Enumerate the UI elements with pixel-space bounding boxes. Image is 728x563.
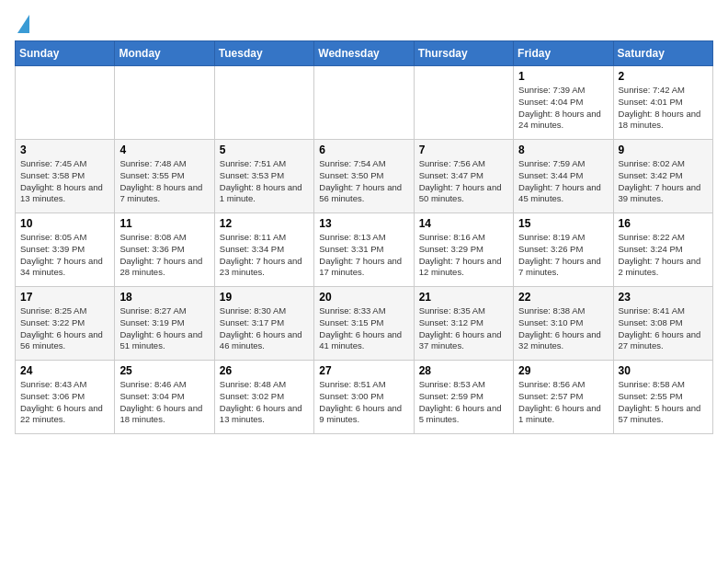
- header-cell-monday: Monday: [115, 41, 214, 66]
- day-cell: 1Sunrise: 7:39 AM Sunset: 4:04 PM Daylig…: [514, 66, 613, 140]
- header-cell-sunday: Sunday: [16, 41, 115, 66]
- day-info: Sunrise: 8:51 AM Sunset: 3:00 PM Dayligh…: [319, 379, 408, 426]
- day-cell: 11Sunrise: 8:08 AM Sunset: 3:36 PM Dayli…: [115, 213, 214, 287]
- day-number: 16: [619, 217, 708, 230]
- day-info: Sunrise: 8:05 AM Sunset: 3:39 PM Dayligh…: [20, 232, 109, 279]
- day-info: Sunrise: 8:46 AM Sunset: 3:04 PM Dayligh…: [119, 379, 209, 426]
- day-cell: 27Sunrise: 8:51 AM Sunset: 3:00 PM Dayli…: [314, 361, 414, 434]
- header-row: SundayMondayTuesdayWednesdayThursdayFrid…: [16, 41, 713, 66]
- day-cell: [16, 66, 115, 140]
- day-number: 21: [419, 291, 508, 304]
- day-info: Sunrise: 8:22 AM Sunset: 3:24 PM Dayligh…: [619, 232, 708, 279]
- day-number: 24: [20, 364, 109, 377]
- day-number: 5: [220, 144, 309, 156]
- week-row-2: 10Sunrise: 8:05 AM Sunset: 3:39 PM Dayli…: [16, 213, 713, 287]
- day-info: Sunrise: 8:27 AM Sunset: 3:19 PM Dayligh…: [119, 305, 209, 352]
- day-cell: 28Sunrise: 8:53 AM Sunset: 2:59 PM Dayli…: [414, 361, 513, 434]
- day-cell: 24Sunrise: 8:43 AM Sunset: 3:06 PM Dayli…: [16, 361, 115, 434]
- day-info: Sunrise: 8:13 AM Sunset: 3:31 PM Dayligh…: [319, 232, 408, 279]
- day-cell: 6Sunrise: 7:54 AM Sunset: 3:50 PM Daylig…: [314, 140, 414, 213]
- day-info: Sunrise: 8:25 AM Sunset: 3:22 PM Dayligh…: [20, 305, 109, 352]
- day-cell: 23Sunrise: 8:41 AM Sunset: 3:08 PM Dayli…: [613, 287, 712, 361]
- day-number: 25: [119, 364, 209, 377]
- day-cell: 10Sunrise: 8:05 AM Sunset: 3:39 PM Dayli…: [16, 213, 115, 287]
- day-cell: 29Sunrise: 8:56 AM Sunset: 2:57 PM Dayli…: [514, 361, 613, 434]
- week-row-4: 24Sunrise: 8:43 AM Sunset: 3:06 PM Dayli…: [16, 361, 713, 434]
- day-number: 27: [319, 364, 408, 377]
- day-cell: 9Sunrise: 8:02 AM Sunset: 3:42 PM Daylig…: [613, 140, 712, 213]
- day-cell: [314, 66, 414, 140]
- day-cell: 14Sunrise: 8:16 AM Sunset: 3:29 PM Dayli…: [414, 213, 513, 287]
- day-number: 28: [419, 364, 508, 377]
- day-number: 23: [619, 291, 708, 304]
- day-info: Sunrise: 8:41 AM Sunset: 3:08 PM Dayligh…: [619, 305, 708, 352]
- page-container: SundayMondayTuesdayWednesdayThursdayFrid…: [0, 0, 728, 442]
- day-cell: 2Sunrise: 7:42 AM Sunset: 4:01 PM Daylig…: [613, 66, 712, 140]
- day-info: Sunrise: 7:51 AM Sunset: 3:53 PM Dayligh…: [220, 158, 309, 205]
- day-number: 30: [619, 364, 708, 377]
- day-info: Sunrise: 7:59 AM Sunset: 3:44 PM Dayligh…: [518, 158, 608, 205]
- day-number: 4: [119, 144, 209, 156]
- day-info: Sunrise: 8:56 AM Sunset: 2:57 PM Dayligh…: [518, 379, 608, 426]
- day-number: 1: [518, 70, 608, 83]
- day-number: 14: [419, 217, 508, 230]
- day-number: 9: [619, 144, 708, 156]
- day-cell: [214, 66, 313, 140]
- day-number: 11: [119, 217, 209, 230]
- day-cell: 19Sunrise: 8:30 AM Sunset: 3:17 PM Dayli…: [214, 287, 313, 361]
- day-number: 20: [319, 291, 408, 304]
- week-row-3: 17Sunrise: 8:25 AM Sunset: 3:22 PM Dayli…: [16, 287, 713, 361]
- day-cell: 7Sunrise: 7:56 AM Sunset: 3:47 PM Daylig…: [414, 140, 513, 213]
- day-number: 12: [220, 217, 309, 230]
- day-cell: 16Sunrise: 8:22 AM Sunset: 3:24 PM Dayli…: [613, 213, 712, 287]
- calendar-table: SundayMondayTuesdayWednesdayThursdayFrid…: [15, 40, 713, 434]
- day-info: Sunrise: 7:42 AM Sunset: 4:01 PM Dayligh…: [619, 85, 708, 132]
- header-cell-friday: Friday: [514, 41, 613, 66]
- day-info: Sunrise: 7:39 AM Sunset: 4:04 PM Dayligh…: [518, 85, 608, 132]
- day-info: Sunrise: 8:19 AM Sunset: 3:26 PM Dayligh…: [518, 232, 608, 279]
- day-cell: [414, 66, 513, 140]
- day-info: Sunrise: 8:11 AM Sunset: 3:34 PM Dayligh…: [220, 232, 309, 279]
- day-number: 3: [20, 144, 109, 156]
- day-info: Sunrise: 8:38 AM Sunset: 3:10 PM Dayligh…: [518, 305, 608, 352]
- day-info: Sunrise: 7:48 AM Sunset: 3:55 PM Dayligh…: [119, 158, 209, 205]
- day-number: 15: [518, 217, 608, 230]
- day-info: Sunrise: 8:08 AM Sunset: 3:36 PM Dayligh…: [119, 232, 209, 279]
- day-number: 18: [119, 291, 209, 304]
- day-cell: 20Sunrise: 8:33 AM Sunset: 3:15 PM Dayli…: [314, 287, 414, 361]
- day-cell: 18Sunrise: 8:27 AM Sunset: 3:19 PM Dayli…: [115, 287, 214, 361]
- day-number: 6: [319, 144, 408, 156]
- day-cell: 30Sunrise: 8:58 AM Sunset: 2:55 PM Dayli…: [613, 361, 712, 434]
- day-number: 10: [20, 217, 109, 230]
- day-info: Sunrise: 8:53 AM Sunset: 2:59 PM Dayligh…: [419, 379, 508, 426]
- day-cell: 15Sunrise: 8:19 AM Sunset: 3:26 PM Dayli…: [514, 213, 613, 287]
- day-number: 8: [518, 144, 608, 156]
- day-info: Sunrise: 7:54 AM Sunset: 3:50 PM Dayligh…: [319, 158, 408, 205]
- day-cell: 25Sunrise: 8:46 AM Sunset: 3:04 PM Dayli…: [115, 361, 214, 434]
- header-cell-tuesday: Tuesday: [214, 41, 313, 66]
- day-info: Sunrise: 8:33 AM Sunset: 3:15 PM Dayligh…: [319, 305, 408, 352]
- day-number: 26: [220, 364, 309, 377]
- header: [15, 15, 713, 31]
- day-number: 19: [220, 291, 309, 304]
- calendar-body: 1Sunrise: 7:39 AM Sunset: 4:04 PM Daylig…: [16, 66, 713, 434]
- day-cell: 17Sunrise: 8:25 AM Sunset: 3:22 PM Dayli…: [16, 287, 115, 361]
- day-cell: 8Sunrise: 7:59 AM Sunset: 3:44 PM Daylig…: [514, 140, 613, 213]
- header-cell-wednesday: Wednesday: [314, 41, 414, 66]
- day-info: Sunrise: 8:48 AM Sunset: 3:02 PM Dayligh…: [220, 379, 309, 426]
- day-number: 13: [319, 217, 408, 230]
- day-number: 29: [518, 364, 608, 377]
- day-cell: 4Sunrise: 7:48 AM Sunset: 3:55 PM Daylig…: [115, 140, 214, 213]
- day-cell: 22Sunrise: 8:38 AM Sunset: 3:10 PM Dayli…: [514, 287, 613, 361]
- header-cell-saturday: Saturday: [613, 41, 712, 66]
- logo-triangle-icon: [17, 15, 29, 33]
- logo: [15, 15, 29, 31]
- week-row-1: 3Sunrise: 7:45 AM Sunset: 3:58 PM Daylig…: [16, 140, 713, 213]
- day-info: Sunrise: 8:58 AM Sunset: 2:55 PM Dayligh…: [619, 379, 708, 426]
- day-cell: 12Sunrise: 8:11 AM Sunset: 3:34 PM Dayli…: [214, 213, 313, 287]
- day-number: 7: [419, 144, 508, 156]
- day-cell: 21Sunrise: 8:35 AM Sunset: 3:12 PM Dayli…: [414, 287, 513, 361]
- week-row-0: 1Sunrise: 7:39 AM Sunset: 4:04 PM Daylig…: [16, 66, 713, 140]
- day-info: Sunrise: 8:35 AM Sunset: 3:12 PM Dayligh…: [419, 305, 508, 352]
- header-cell-thursday: Thursday: [414, 41, 513, 66]
